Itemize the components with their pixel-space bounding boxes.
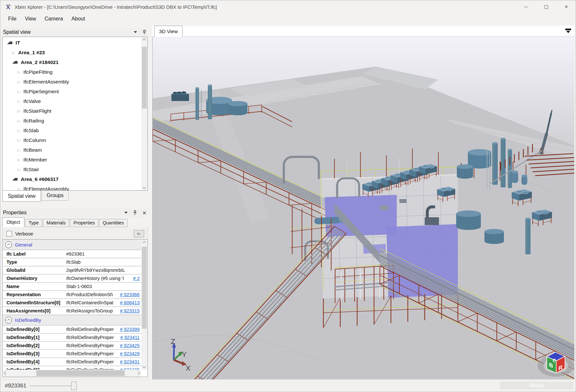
properties-tab-quantities[interactable]: Quantities [99,219,127,227]
expanded-arrow-icon[interactable] [12,61,18,64]
tree-item-ifcrailing[interactable]: IfcRailing [3,116,141,126]
menu-item-camera[interactable]: Camera [41,15,66,23]
tree-item-ifcvalve[interactable]: IfcValve [3,96,141,106]
expanded-arrow-icon[interactable] [7,42,12,44]
collapsed-arrow-icon[interactable] [18,70,23,74]
collapsed-arrow-icon[interactable] [18,129,23,133]
expanded-arrow-icon[interactable] [12,178,18,181]
tree-item-ifcbeam[interactable]: IfcBeam [3,145,141,155]
collapsed-arrow-icon[interactable] [18,80,23,84]
scroll-down-icon[interactable] [142,364,146,368]
entity-link[interactable]: # 923315 [119,308,141,313]
menu-item-view[interactable]: View [22,15,39,23]
collapsed-arrow-icon[interactable] [18,168,23,172]
collapsed-arrow-icon[interactable] [18,99,23,104]
entity-link[interactable]: # 923399 [119,327,141,332]
collapsed-arrow-icon[interactable] [18,109,23,113]
3d-viewport[interactable]: Z Y X B R U [152,37,574,379]
scroll-up-icon[interactable] [142,241,146,245]
3d-scene[interactable]: Z Y X B R U [153,37,574,379]
property-value: IfcProductDefinitionSh [66,292,113,297]
scroll-right-icon[interactable] [136,371,140,375]
axis-x-label: X [186,364,191,372]
entity-link[interactable]: # 923428 [119,351,141,356]
properties-tab-object[interactable]: Object [2,217,24,227]
entity-link[interactable]: # 923411 [119,335,141,340]
collapse-section-button[interactable] [5,317,12,323]
tab-3d-view[interactable]: 3D View [154,26,182,37]
property-value: IfcRelDefinesByProper [66,335,114,340]
tree-item-ifcstair[interactable]: IfcStair [3,165,141,174]
title-bar[interactable]: Xbim Xplorer - [C:\Users\Seungyon\OneDri… [0,0,576,13]
property-name: IsDefinedBy[3] [3,351,66,356]
tree-item-ifcmember[interactable]: IfcMember [3,155,141,165]
entity-link[interactable]: # 923425 [119,343,141,348]
tree-item-ifcpipesegment[interactable]: IfcPipeSegment [3,87,141,96]
properties-tab-strip: ObjectTypeMaterialsPropertiesQuantities [2,217,128,227]
tree-item-label: IT [16,40,20,46]
transparency-slider-thumb[interactable] [71,382,77,390]
pin-icon[interactable] [142,30,146,35]
view-tab-row: 3D View [152,26,574,37]
scroll-up-icon[interactable] [142,38,146,42]
tree-item-ifccolumn[interactable]: IfcColumn [3,135,141,145]
maximize-button[interactable] [536,0,556,13]
transparency-slider-track[interactable] [30,386,75,386]
properties-tab-properties[interactable]: Properties [70,219,98,227]
back-button[interactable]: <- [134,230,144,237]
menu-item-about[interactable]: About [68,15,88,23]
tree-item-ifcstairflight[interactable]: IfcStairFlight [3,106,141,116]
collapsed-arrow-icon[interactable] [18,158,23,162]
axis-z-label: Z [171,337,175,346]
entity-link[interactable]: # 923366 [119,292,141,297]
dock-tab-spatial-view[interactable]: Spatial view [2,191,41,202]
menu-bar: FileViewCameraAbout [0,13,576,24]
verbose-checkbox[interactable] [6,231,12,236]
tree-scrollbar[interactable] [141,37,147,190]
collapsed-arrow-icon[interactable] [18,119,23,123]
properties-tab-materials[interactable]: Materials [43,219,69,227]
spatial-tree: ITArea_1 #23Area_2 #184021IfcPipeFitting… [2,37,148,191]
close-button[interactable]: ✕ [556,0,576,13]
close-panel-icon[interactable]: ✕ [142,210,146,215]
entity-link[interactable]: # 606413 [119,300,141,305]
tree-item-area-6-606317[interactable]: Area_6 #606317 [3,174,141,184]
tree-scrollbar-thumb[interactable] [142,47,147,108]
collapse-section-button[interactable] [5,241,12,248]
entity-link[interactable]: # 923435 [119,367,141,370]
minimize-button[interactable] [516,0,536,13]
dock-tab-groups[interactable]: Groups [42,191,68,201]
property-value-wrap: IfcRelDefinesByProper# 923435 [66,367,141,370]
collapsed-arrow-icon[interactable] [12,51,18,55]
properties-tab-type[interactable]: Type [25,219,42,227]
tree-item-ifcslab[interactable]: IfcSlab [3,126,141,135]
scroll-down-icon[interactable] [142,185,146,189]
tree-item-area-2-184021[interactable]: Area_2 #184021 [3,57,141,67]
collapsed-arrow-icon[interactable] [18,187,23,191]
layout-anchor-icon[interactable] [565,29,571,33]
tree-item-it[interactable]: IT [3,38,141,48]
panel-menu-icon[interactable] [134,31,137,33]
properties-scrollbar-thumb[interactable] [142,247,147,329]
collapsed-arrow-icon[interactable] [18,90,23,94]
entity-link[interactable]: # 923431 [119,359,141,364]
pin-icon[interactable] [133,210,137,215]
scroll-left-icon[interactable] [4,371,7,375]
collapsed-arrow-icon[interactable] [18,138,23,143]
properties-scrollbar[interactable] [141,240,147,370]
property-value-wrap: IfcRelContainedInSpat# 606413 [66,300,141,305]
entity-link[interactable]: # 2 [132,276,141,281]
tree-item-label: IfcBeam [23,147,42,153]
collapsed-arrow-icon[interactable] [18,148,23,152]
tree-item-area-1-23[interactable]: Area_1 #23 [3,48,141,57]
property-value-wrap: IfcRelDefinesByProper# 923399 [66,327,141,332]
panel-menu-icon[interactable] [124,212,128,214]
properties-hscrollbar[interactable] [3,370,141,377]
tree-item-ifcelementassembly[interactable]: IfcElementAssembly [3,77,141,87]
tree-item-ifcpipefitting[interactable]: IfcPipeFitting [3,67,141,77]
tree-item-ifcelementassembly[interactable]: IfcElementAssembly [3,184,141,190]
property-value-wrap: IfcRelDefinesByProper# 923411 [66,335,141,340]
properties-hscrollbar-thumb[interactable] [36,370,125,376]
menu-item-file[interactable]: File [5,15,20,23]
tree-item-label: IfcPipeFitting [23,69,53,75]
